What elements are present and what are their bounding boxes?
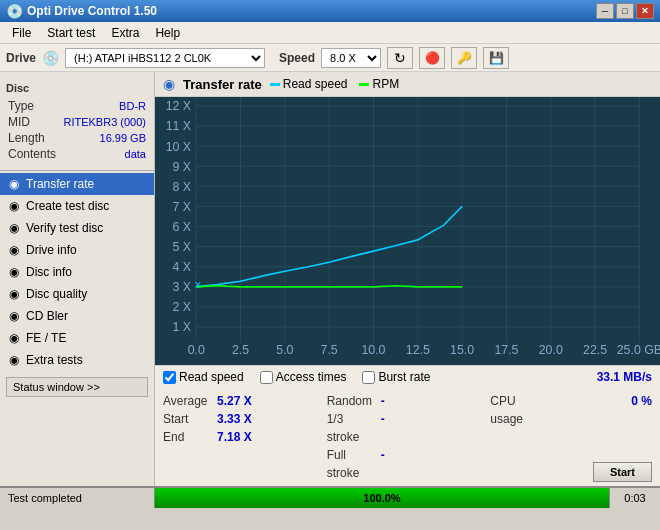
time-display: 0:03 xyxy=(610,492,660,504)
legend-rpm-label: RPM xyxy=(372,77,399,91)
drive-label: Drive xyxy=(6,51,36,65)
svg-text:4 X: 4 X xyxy=(173,259,192,275)
svg-text:20.0: 20.0 xyxy=(539,341,563,357)
sidebar-item-fe-te-label: FE / TE xyxy=(26,331,66,345)
burst-rate-label: Burst rate xyxy=(378,370,430,384)
legend-read-speed: Read speed xyxy=(270,77,348,91)
status-bar: Test completed 100.0% 0:03 xyxy=(0,486,660,508)
sidebar-item-disc-quality[interactable]: ◉ Disc quality xyxy=(0,283,154,305)
cpu-row: CPU usage 0 % xyxy=(490,392,652,428)
graph-title-icon: ◉ xyxy=(163,76,175,92)
random-value: - xyxy=(381,392,385,410)
cpu-label: CPU usage xyxy=(490,392,540,428)
sidebar-item-drive-info[interactable]: ◉ Drive info xyxy=(0,239,154,261)
svg-text:11 X: 11 X xyxy=(166,118,192,134)
legend-read-speed-label: Read speed xyxy=(283,77,348,91)
graph-legend: Read speed RPM xyxy=(270,77,399,91)
legend-rpm: RPM xyxy=(359,77,399,91)
cpu-value: 0 % xyxy=(631,392,652,428)
fullstroke-row: Full stroke - xyxy=(327,446,489,482)
fullstroke-value: - xyxy=(381,446,385,482)
graph-header: ◉ Transfer rate Read speed RPM xyxy=(155,72,660,97)
minimize-button[interactable]: ─ xyxy=(596,3,614,19)
svg-rect-0 xyxy=(155,97,660,365)
sidebar-item-disc-info[interactable]: ◉ Disc info xyxy=(0,261,154,283)
end-row: End 7.18 X xyxy=(163,428,325,446)
svg-text:2 X: 2 X xyxy=(173,299,192,315)
cd-bler-icon: ◉ xyxy=(6,308,22,324)
disc-section-label: Disc xyxy=(0,80,154,96)
action-button-1[interactable]: 🔴 xyxy=(419,47,445,69)
sidebar-item-create-test-disc-label: Create test disc xyxy=(26,199,109,213)
burst-rate-checkbox-label[interactable]: Burst rate xyxy=(362,370,430,384)
svg-text:9 X: 9 X xyxy=(173,158,192,174)
start-label: Start xyxy=(163,410,213,428)
stats-col-3: CPU usage 0 % Start xyxy=(490,392,652,482)
read-speed-checkbox-label[interactable]: Read speed xyxy=(163,370,244,384)
access-times-checkbox[interactable] xyxy=(260,371,273,384)
sidebar-item-fe-te[interactable]: ◉ FE / TE xyxy=(0,327,154,349)
svg-text:5.0: 5.0 xyxy=(276,341,293,357)
disc-length-row: Length 16.99 GB xyxy=(8,130,146,146)
extra-tests-icon: ◉ xyxy=(6,352,22,368)
menu-help[interactable]: Help xyxy=(147,24,188,42)
progress-container: 100.0% xyxy=(155,488,610,508)
graph-title: Transfer rate xyxy=(183,77,262,92)
status-window-button[interactable]: Status window >> xyxy=(6,377,148,397)
disc-quality-icon: ◉ xyxy=(6,286,22,302)
sidebar: Disc Type BD-R MID RITEKBR3 (000) Length… xyxy=(0,72,155,486)
disc-contents-value: data xyxy=(125,146,146,162)
title-bar: 💿 Opti Drive Control 1.50 ─ □ ✕ xyxy=(0,0,660,22)
main-content: Disc Type BD-R MID RITEKBR3 (000) Length… xyxy=(0,72,660,486)
svg-text:17.5: 17.5 xyxy=(494,341,518,357)
refresh-button[interactable]: ↻ xyxy=(387,47,413,69)
svg-text:3 X: 3 X xyxy=(173,279,192,295)
start-button[interactable]: Start xyxy=(593,462,652,482)
svg-text:0.0: 0.0 xyxy=(188,341,205,357)
sidebar-item-create-test-disc[interactable]: ◉ Create test disc xyxy=(0,195,154,217)
speed-select[interactable]: 8.0 X xyxy=(321,48,381,68)
sidebar-item-cd-bler-label: CD Bler xyxy=(26,309,68,323)
sidebar-item-cd-bler[interactable]: ◉ CD Bler xyxy=(0,305,154,327)
create-test-disc-icon: ◉ xyxy=(6,198,22,214)
sidebar-item-drive-info-label: Drive info xyxy=(26,243,77,257)
svg-text:8 X: 8 X xyxy=(173,178,192,194)
start-row: Start 3.33 X xyxy=(163,410,325,428)
menu-extra[interactable]: Extra xyxy=(103,24,147,42)
sidebar-item-extra-tests[interactable]: ◉ Extra tests xyxy=(0,349,154,371)
stats-col-1: Average 5.27 X Start 3.33 X End 7.18 X xyxy=(163,392,325,482)
read-speed-checkbox[interactable] xyxy=(163,371,176,384)
read-speed-label: Read speed xyxy=(179,370,244,384)
menu-bar: File Start test Extra Help xyxy=(0,22,660,44)
sidebar-item-transfer-rate[interactable]: ◉ Transfer rate xyxy=(0,173,154,195)
burst-rate-checkbox[interactable] xyxy=(362,371,375,384)
maximize-button[interactable]: □ xyxy=(616,3,634,19)
access-times-checkbox-label[interactable]: Access times xyxy=(260,370,347,384)
legend-read-speed-color xyxy=(270,83,280,86)
drive-info-icon: ◉ xyxy=(6,242,22,258)
svg-text:6 X: 6 X xyxy=(173,219,192,235)
speed-label: Speed xyxy=(279,51,315,65)
disc-contents-row: Contents data xyxy=(8,146,146,162)
sidebar-item-verify-test-disc[interactable]: ◉ Verify test disc xyxy=(0,217,154,239)
menu-file[interactable]: File xyxy=(4,24,39,42)
stats-grid: Average 5.27 X Start 3.33 X End 7.18 X R… xyxy=(155,388,660,486)
stats-col-2: Random - 1/3 stroke - Full stroke - xyxy=(327,392,489,482)
action-button-2[interactable]: 🔑 xyxy=(451,47,477,69)
transfer-rate-icon: ◉ xyxy=(6,176,22,192)
sidebar-item-disc-info-label: Disc info xyxy=(26,265,72,279)
end-label: End xyxy=(163,428,213,446)
drive-bar: Drive 💿 (H:) ATAPI iHBS112 2 CL0K Speed … xyxy=(0,44,660,72)
verify-test-disc-icon: ◉ xyxy=(6,220,22,236)
close-button[interactable]: ✕ xyxy=(636,3,654,19)
svg-text:12 X: 12 X xyxy=(166,98,192,114)
disc-type-value: BD-R xyxy=(119,98,146,114)
save-button[interactable]: 💾 xyxy=(483,47,509,69)
legend-rpm-color xyxy=(359,83,369,86)
sidebar-item-transfer-rate-label: Transfer rate xyxy=(26,177,94,191)
menu-start-test[interactable]: Start test xyxy=(39,24,103,42)
chart-container: 12 X 11 X 10 X 9 X 8 X 7 X 6 X 5 X 4 X 3… xyxy=(155,97,660,365)
svg-text:5 X: 5 X xyxy=(173,239,192,255)
fullstroke-label: Full stroke xyxy=(327,446,377,482)
drive-select[interactable]: (H:) ATAPI iHBS112 2 CL0K xyxy=(65,48,265,68)
